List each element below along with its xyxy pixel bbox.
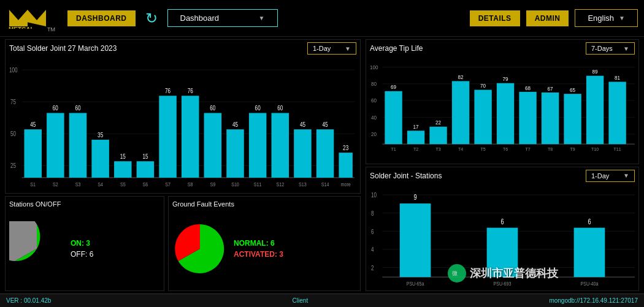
stations-pie-chart <box>9 221 64 276</box>
svg-text:more: more <box>341 181 351 188</box>
header: METCAL TM DASHBOARD ↻ Dashboard ▼ DETAIL… <box>0 0 644 37</box>
stations-filter[interactable]: 1-Day ▼ <box>586 170 635 182</box>
svg-rect-77 <box>452 81 469 144</box>
svg-text:45: 45 <box>232 121 238 129</box>
svg-rect-95 <box>586 76 604 145</box>
svg-text:S14: S14 <box>321 181 329 188</box>
total-solder-joint-section: Total Solder Joint 27 March 2023 1-Day ▼… <box>5 39 361 194</box>
logo-area: METCAL TM <box>6 4 55 32</box>
stations-stats: ON: 3 OFF: 6 <box>71 239 93 259</box>
svg-text:70: 70 <box>480 83 486 89</box>
solder-joint-filter-label: 1-Day <box>313 45 331 52</box>
svg-text:S6: S6 <box>143 181 148 188</box>
svg-text:75: 75 <box>10 98 16 106</box>
svg-text:40: 40 <box>371 114 377 120</box>
svg-rect-36 <box>204 113 222 177</box>
svg-text:100: 100 <box>9 66 18 74</box>
total-solder-joint-title: Total Solder Joint 27 March 2023 <box>9 44 117 53</box>
svg-text:微: 微 <box>452 270 458 276</box>
svg-text:89: 89 <box>592 69 598 75</box>
svg-rect-21 <box>91 140 109 178</box>
stations-off-count: 6 <box>90 250 94 259</box>
svg-text:4: 4 <box>371 245 374 253</box>
watermark-text: 深圳市亚普德科技 <box>470 266 558 281</box>
dashboard-dropdown-label: Dashboard <box>180 13 220 23</box>
dashboard-button[interactable]: DASHBOARD <box>67 10 136 26</box>
svg-text:79: 79 <box>503 76 508 82</box>
svg-text:S12: S12 <box>276 181 284 188</box>
details-button[interactable]: DETAILS <box>470 10 520 26</box>
solder-filter-arrow-icon: ▼ <box>345 45 351 52</box>
svg-text:T4: T4 <box>458 146 463 152</box>
solder-joint-filter[interactable]: 1-Day ▼ <box>307 42 356 55</box>
tip-filter-arrow-icon: ▼ <box>623 45 629 52</box>
svg-text:60: 60 <box>255 104 261 112</box>
dashboard-dropdown[interactable]: Dashboard ▼ <box>167 9 278 27</box>
wechat-logo-svg: 微 <box>451 267 463 279</box>
svg-text:45: 45 <box>300 121 305 129</box>
svg-text:6: 6 <box>371 227 374 235</box>
language-label: English <box>588 13 614 23</box>
logo-trademark: TM <box>47 26 55 32</box>
admin-button[interactable]: ADMIN <box>526 10 569 26</box>
svg-text:60: 60 <box>75 104 80 112</box>
svg-text:PSU-65a: PSU-65a <box>407 280 424 287</box>
svg-rect-68 <box>385 91 402 144</box>
svg-rect-48 <box>294 129 312 178</box>
svg-text:T10: T10 <box>591 146 599 152</box>
svg-text:100: 100 <box>370 64 378 70</box>
svg-text:60: 60 <box>371 97 377 104</box>
svg-text:6: 6 <box>588 217 591 226</box>
dropdown-arrow-icon: ▼ <box>259 15 265 21</box>
svg-text:25: 25 <box>10 162 16 170</box>
stations-content: ON: 3 OFF: 6 <box>9 210 160 287</box>
svg-text:23: 23 <box>343 144 348 152</box>
svg-text:T5: T5 <box>480 146 485 152</box>
avg-tip-life-title: Average Tip Life <box>370 44 423 53</box>
svg-text:S2: S2 <box>53 181 58 188</box>
svg-rect-27 <box>137 161 155 178</box>
right-panel: Average Tip Life 7-Days ▼ 100 80 60 40 2… <box>366 39 639 291</box>
svg-text:45: 45 <box>30 121 36 129</box>
svg-text:60: 60 <box>53 104 58 112</box>
avg-tip-life-section: Average Tip Life 7-Days ▼ 100 80 60 40 2… <box>366 39 639 164</box>
svg-text:8: 8 <box>371 209 374 217</box>
svg-rect-89 <box>542 93 559 144</box>
svg-text:T1: T1 <box>391 146 396 152</box>
stations-panel: Stations ON/OFF ON: 3 <box>5 196 164 291</box>
language-dropdown[interactable]: English ▼ <box>575 9 638 27</box>
svg-text:17: 17 <box>413 124 419 130</box>
svg-text:80: 80 <box>371 81 377 87</box>
svg-text:T3: T3 <box>435 146 440 152</box>
gfe-normal-label: NORMAL: <box>234 239 269 248</box>
svg-text:T11: T11 <box>613 146 621 152</box>
stations-filter-label: 1-Day <box>591 172 609 180</box>
stations-on-label: ON: <box>71 239 84 248</box>
svg-rect-39 <box>226 129 244 178</box>
left-panel: Total Solder Joint 27 March 2023 1-Day ▼… <box>5 39 361 291</box>
svg-text:2: 2 <box>371 263 374 271</box>
svg-text:T7: T7 <box>525 146 530 152</box>
svg-text:67: 67 <box>548 85 553 91</box>
svg-text:69: 69 <box>391 84 396 90</box>
stations-filter-arrow-icon: ▼ <box>623 172 629 179</box>
solder-joint-stations-title: Solder Joint - Stations <box>370 172 442 180</box>
svg-text:T9: T9 <box>570 146 575 152</box>
svg-text:S9: S9 <box>210 181 216 188</box>
tip-life-filter[interactable]: 7-Days ▼ <box>586 42 635 55</box>
ground-fault-title: Ground Fault Events <box>172 200 356 208</box>
main-content: Total Solder Joint 27 March 2023 1-Day ▼… <box>0 37 644 294</box>
refresh-icon[interactable]: ↻ <box>145 10 158 27</box>
svg-text:15: 15 <box>142 153 148 161</box>
svg-text:15: 15 <box>120 153 126 161</box>
svg-text:S7: S7 <box>165 181 171 188</box>
svg-text:S8: S8 <box>188 181 193 188</box>
gfe-stats: NORMAL: 6 ACTIVATED: 3 <box>234 239 283 259</box>
svg-text:45: 45 <box>323 121 328 129</box>
svg-rect-30 <box>159 96 177 178</box>
svg-text:82: 82 <box>458 74 464 80</box>
svg-rect-86 <box>519 92 536 144</box>
svg-text:METCAL: METCAL <box>9 26 34 29</box>
svg-text:S3: S3 <box>75 181 81 188</box>
svg-text:T2: T2 <box>413 146 418 152</box>
